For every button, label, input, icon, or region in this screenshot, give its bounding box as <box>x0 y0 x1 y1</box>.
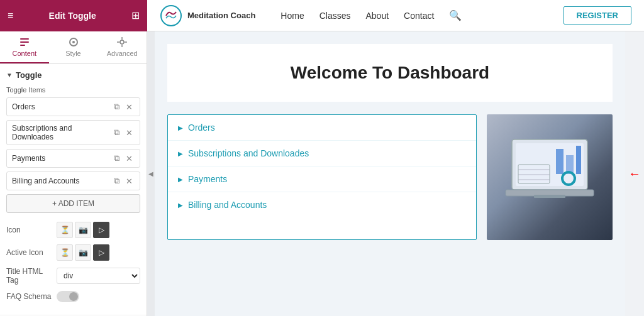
title-html-tag-select[interactable]: div h1 h2 h3 span <box>57 268 140 284</box>
panel-item-billing[interactable]: ▶ Billing and Accounts <box>168 192 476 217</box>
section-label: Toggle <box>16 70 42 80</box>
toggle-item-payments: Payments ⧉ ✕ <box>6 149 140 168</box>
hamburger-icon[interactable]: ≡ <box>8 10 13 21</box>
active-icon-label: Active Icon <box>6 248 57 257</box>
title-html-tag-row: Title HTML Tag div h1 h2 h3 span <box>6 267 140 285</box>
toggle-item-name: Subscriptions and Downloades <box>12 124 112 141</box>
active-icon-controls: ⏳ 📷 ▷ <box>57 244 109 261</box>
toggle-section-title[interactable]: ▼ Toggle <box>6 70 140 80</box>
nav-links: Home Classes About Contact 🔍 <box>280 9 563 21</box>
toggle-item-name: Orders <box>12 102 112 111</box>
svg-rect-3 <box>20 45 25 46</box>
tab-content[interactable]: Content <box>0 31 49 63</box>
content-header: Welcome To Dashboard <box>167 44 613 102</box>
content-area: Welcome To Dashboard ▶ Orders ▶ Subscrip… <box>155 31 625 316</box>
faq-schema-row: FAQ Schema <box>6 291 140 302</box>
sidebar-title: Edit Toggle <box>49 11 96 21</box>
nav-home[interactable]: Home <box>280 11 304 21</box>
icon-field-row: Icon ⏳ 📷 ▷ <box>6 222 140 238</box>
nav-about[interactable]: About <box>366 11 389 21</box>
chevron-right-icon: ▶ <box>178 202 183 209</box>
icon-controls: ⏳ 📷 ▷ <box>57 222 109 238</box>
collapse-arrow-icon: ◀ <box>148 170 153 177</box>
title-html-tag-label: Title HTML Tag <box>6 267 57 285</box>
toggle-items-label: Toggle Items <box>6 86 140 94</box>
laptop-image <box>487 114 613 240</box>
dashboard-heading: Welcome To Dashboard <box>180 63 600 83</box>
arrow-indicator: ← <box>625 31 644 316</box>
search-icon[interactable]: 🔍 <box>449 9 462 21</box>
sidebar-tabs: Content Style Advanced <box>0 31 147 64</box>
advanced-icon <box>116 36 128 48</box>
laptop-svg <box>499 133 600 221</box>
nav-classes[interactable]: Classes <box>319 11 351 21</box>
copy-item-btn[interactable]: ⧉ <box>112 175 121 187</box>
remove-item-btn[interactable]: ✕ <box>124 153 135 164</box>
svg-rect-2 <box>20 41 29 43</box>
panel-item-label: Subscriptions and Downloades <box>188 148 309 158</box>
toggle-item-name: Payments <box>12 154 112 163</box>
faq-schema-toggle[interactable] <box>57 291 79 302</box>
svg-rect-22 <box>534 195 565 198</box>
faq-schema-label: FAQ Schema <box>6 292 57 301</box>
remove-item-btn[interactable]: ✕ <box>124 101 135 112</box>
svg-point-0 <box>161 6 181 26</box>
toggle-item-name: Billing and Accounts <box>12 177 112 185</box>
register-button[interactable]: REGISTER <box>564 6 631 25</box>
tab-content-label: Content <box>13 50 37 57</box>
toggle-item-icons: ⧉ ✕ <box>112 127 135 138</box>
nav-area: Meditation Coach Home Classes About Cont… <box>147 4 644 27</box>
toggle-item-billing: Billing and Accounts ⧉ ✕ <box>6 172 140 190</box>
toggle-item-icons: ⧉ ✕ <box>112 153 135 164</box>
active-icon-clock-btn[interactable]: ⏳ <box>57 244 73 261</box>
active-icon-field-row: Active Icon ⏳ 📷 ▷ <box>6 244 140 261</box>
active-icon-image-btn[interactable]: 📷 <box>75 244 91 261</box>
panel-item-label: Payments <box>188 174 227 184</box>
toggle-item-icons: ⧉ ✕ <box>112 101 135 112</box>
panel-item-label: Orders <box>188 123 215 133</box>
chevron-right-icon: ▶ <box>178 150 183 157</box>
tab-advanced-label: Advanced <box>107 50 138 57</box>
laptop-graphic <box>487 114 613 240</box>
grid-icon[interactable]: ⊞ <box>131 9 140 21</box>
tab-advanced[interactable]: Advanced <box>97 31 147 63</box>
svg-point-5 <box>72 41 75 43</box>
remove-item-btn[interactable]: ✕ <box>124 127 135 138</box>
panel-item-payments[interactable]: ▶ Payments <box>168 166 476 192</box>
top-bar: ≡ Edit Toggle ⊞ Meditation Coach Home Cl… <box>0 0 644 31</box>
chevron-right-icon: ▶ <box>178 124 183 131</box>
panel-item-subscriptions[interactable]: ▶ Subscriptions and Downloades <box>168 141 476 166</box>
copy-item-btn[interactable]: ⧉ <box>112 101 121 112</box>
tab-style[interactable]: Style <box>49 31 98 63</box>
sidebar-header: ≡ Edit Toggle ⊞ <box>0 0 147 31</box>
toggle-panel: ▶ Orders ▶ Subscriptions and Downloades … <box>167 114 477 240</box>
nav-contact[interactable]: Contact <box>404 11 434 21</box>
sidebar-collapse-handle[interactable]: ◀ <box>147 31 155 316</box>
brand-text: Meditation Coach <box>187 11 255 21</box>
brand-logo <box>160 4 182 27</box>
copy-item-btn[interactable]: ⧉ <box>112 127 121 138</box>
remove-item-btn[interactable]: ✕ <box>124 175 135 187</box>
sidebar-content: ▼ Toggle Toggle Items Orders ⧉ ✕ Subscri… <box>0 64 147 315</box>
add-item-button[interactable]: + ADD ITEM <box>6 194 140 213</box>
chevron-right-icon: ▶ <box>178 176 183 183</box>
main-layout: Content Style Advanced ▼ Toggle Toggle I… <box>0 31 644 316</box>
style-icon <box>68 36 79 48</box>
svg-rect-15 <box>576 146 581 174</box>
active-icon-chevron-btn[interactable]: ▷ <box>93 244 109 261</box>
icon-image-btn[interactable]: 📷 <box>75 222 91 238</box>
panel-item-orders[interactable]: ▶ Orders <box>168 115 476 141</box>
toggle-item-orders: Orders ⧉ ✕ <box>6 97 140 116</box>
icon-clock-btn[interactable]: ⏳ <box>57 222 73 238</box>
copy-item-btn[interactable]: ⧉ <box>112 153 121 164</box>
section-arrow-icon: ▼ <box>6 72 13 79</box>
content-body: ▶ Orders ▶ Subscriptions and Downloades … <box>167 114 613 240</box>
icon-chevron-btn[interactable]: ▷ <box>93 222 109 238</box>
panel-item-label: Billing and Accounts <box>188 200 267 210</box>
svg-point-6 <box>120 40 124 44</box>
icon-label: Icon <box>6 226 57 234</box>
sidebar: Content Style Advanced ▼ Toggle Toggle I… <box>0 31 147 316</box>
content-icon <box>19 36 30 48</box>
svg-rect-1 <box>20 38 29 40</box>
red-arrow-icon: ← <box>628 166 641 181</box>
